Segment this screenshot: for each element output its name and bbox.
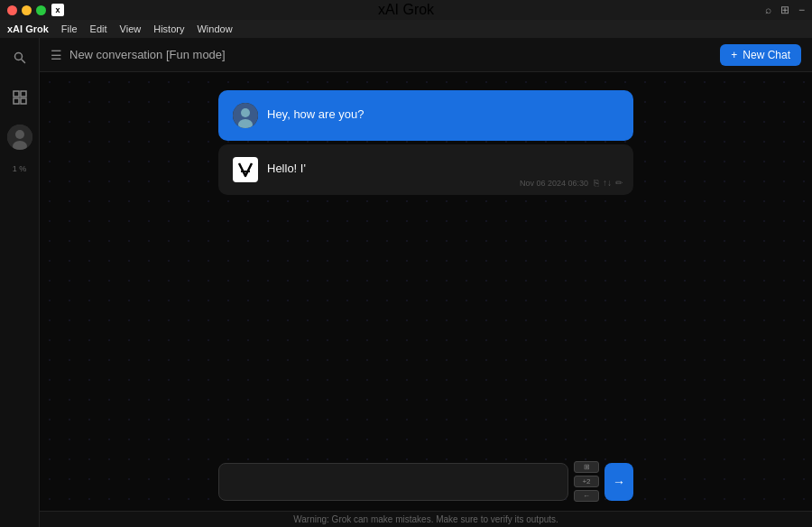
menu-window[interactable]: Window: [197, 23, 232, 34]
message-timestamp: Nov 06 2024 06:30 ⎘ ↑↓ ✏: [520, 178, 623, 188]
menu-edit[interactable]: Edit: [90, 23, 107, 34]
new-chat-label: New Chat: [743, 49, 790, 61]
chat-area: Hey, how are you? Hello! I' Nov 06 2024 …: [40, 72, 812, 473]
layout-icon[interactable]: ⊞: [780, 4, 789, 16]
chat-input[interactable]: [218, 463, 568, 501]
edit-icon[interactable]: ✏: [615, 178, 623, 188]
side-btn-2[interactable]: +2: [574, 476, 599, 487]
sidebar-percent: 1 %: [13, 164, 27, 173]
message-actions: ⎘ ↑↓ ✏: [594, 178, 623, 188]
new-chat-button[interactable]: + New Chat: [720, 44, 801, 66]
svg-point-7: [15, 130, 24, 139]
ai-avatar: [233, 157, 258, 182]
send-button[interactable]: →: [604, 463, 633, 501]
send-icon: →: [613, 475, 625, 489]
svg-point-10: [241, 108, 250, 117]
user-avatar: [233, 103, 258, 128]
svg-line-1: [22, 60, 25, 63]
timestamp-text: Nov 06 2024 06:30: [520, 179, 588, 188]
menu-history[interactable]: History: [153, 23, 184, 34]
minimize-icon[interactable]: −: [798, 4, 805, 16]
side-btn-3-icon: ←: [583, 492, 590, 500]
menu-view[interactable]: View: [120, 23, 142, 34]
side-btn-1-icon: ⊞: [584, 463, 590, 471]
minimize-button[interactable]: [22, 5, 32, 15]
message-user: Hey, how are you?: [218, 90, 633, 141]
title-bar-right: ⌕ ⊞ −: [765, 4, 805, 16]
app-name: xAI Grok: [7, 23, 49, 34]
input-side-buttons: ⊞ +2 ←: [574, 461, 599, 502]
title-bar-left: x: [7, 4, 64, 16]
app-container: 1 % ☰ New conversation [Fun mode] + New …: [0, 38, 812, 527]
svg-rect-2: [14, 91, 19, 97]
menu-file[interactable]: File: [61, 23, 78, 34]
main-content: Hey, how are you? Hello! I' Nov 06 2024 …: [40, 72, 812, 527]
svg-rect-4: [14, 98, 19, 104]
hamburger-icon[interactable]: ☰: [51, 48, 62, 62]
message-ai: Hello! I' Nov 06 2024 06:30 ⎘ ↑↓ ✏: [218, 144, 633, 195]
close-button[interactable]: [7, 5, 17, 15]
svg-point-0: [14, 53, 22, 60]
sidebar-avatar[interactable]: [7, 125, 32, 150]
user-message-text: Hey, how are you?: [267, 103, 619, 123]
menu-bar: xAI Grok File Edit View History Window: [0, 20, 812, 38]
conversation-title: New conversation [Fun mode]: [69, 48, 226, 61]
toolbar: ☰ New conversation [Fun mode] + New Chat: [40, 38, 812, 72]
side-btn-1[interactable]: ⊞: [574, 461, 599, 473]
toolbar-left: ☰ New conversation [Fun mode]: [51, 48, 226, 62]
title-bar-title: xAI Grok: [378, 2, 434, 18]
chat-messages: Hey, how are you? Hello! I' Nov 06 2024 …: [218, 90, 633, 195]
like-icon[interactable]: ↑↓: [603, 178, 612, 188]
sidebar: 1 %: [0, 38, 40, 527]
new-chat-plus-icon: +: [731, 49, 737, 61]
sidebar-search-icon[interactable]: [7, 45, 32, 70]
svg-rect-5: [21, 98, 26, 104]
side-btn-3[interactable]: ←: [574, 490, 599, 502]
app-logo: x: [51, 4, 64, 16]
warning-bar: Warning: Grok can make mistakes. Make su…: [40, 511, 812, 527]
search-icon[interactable]: ⌕: [765, 4, 771, 16]
warning-text: Warning: Grok can make mistakes. Make su…: [293, 514, 558, 524]
maximize-button[interactable]: [36, 5, 46, 15]
side-btn-2-icon: +2: [582, 477, 590, 485]
title-bar-center: xAI Grok: [378, 2, 434, 18]
svg-rect-3: [21, 91, 26, 97]
ai-message-text: Hello! I': [267, 157, 619, 177]
title-bar: x xAI Grok ⌕ ⊞ −: [0, 0, 812, 20]
sidebar-grid-icon[interactable]: [7, 85, 32, 110]
input-wrapper: ⊞ +2 ← →: [218, 461, 633, 502]
copy-icon[interactable]: ⎘: [594, 178, 599, 188]
traffic-lights: [7, 5, 46, 15]
